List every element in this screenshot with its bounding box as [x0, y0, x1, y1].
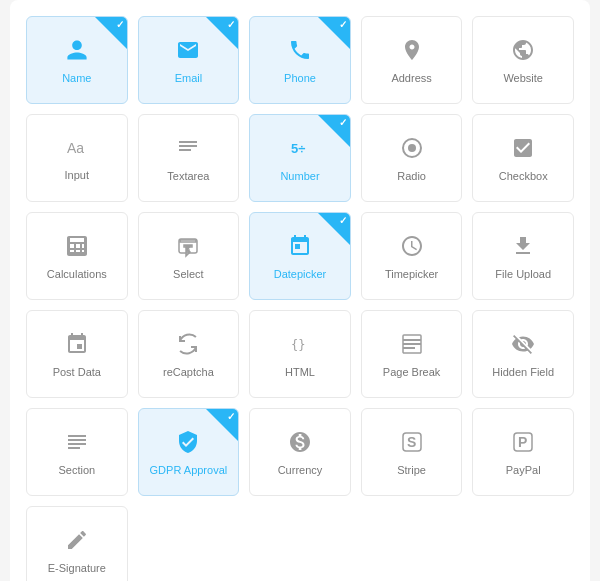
file-upload-icon: [511, 234, 535, 262]
post-data-icon: [65, 332, 89, 360]
tile-datepicker[interactable]: ✓Datepicker: [249, 212, 351, 300]
tile-e-signature[interactable]: E-Signature: [26, 506, 128, 581]
tile-gdpr-approval[interactable]: ✓GDPR Approval: [138, 408, 240, 496]
address-label: Address: [391, 72, 431, 85]
section-icon: [65, 430, 89, 458]
recaptcha-label: reCaptcha: [163, 366, 214, 379]
gdpr-approval-label: GDPR Approval: [150, 464, 228, 477]
calculations-label: Calculations: [47, 268, 107, 281]
checkbox-label: Checkbox: [499, 170, 548, 183]
email-label: Email: [175, 72, 203, 85]
tile-email[interactable]: ✓Email: [138, 16, 240, 104]
stripe-icon: S: [400, 430, 424, 458]
tile-textarea[interactable]: Textarea: [138, 114, 240, 202]
number-icon: 5÷: [288, 136, 312, 164]
tile-number[interactable]: ✓5÷Number: [249, 114, 351, 202]
tile-hidden-field[interactable]: Hidden Field: [472, 310, 574, 398]
svg-point-3: [408, 144, 416, 152]
textarea-label: Textarea: [167, 170, 209, 183]
tile-paypal[interactable]: PPayPal: [472, 408, 574, 496]
hidden-field-label: Hidden Field: [492, 366, 554, 379]
tile-phone[interactable]: ✓Phone: [249, 16, 351, 104]
tile-name[interactable]: ✓Name: [26, 16, 128, 104]
tile-radio[interactable]: Radio: [361, 114, 463, 202]
recaptcha-icon: [176, 332, 200, 360]
select-label: Select: [173, 268, 204, 281]
tile-section[interactable]: Section: [26, 408, 128, 496]
paypal-label: PayPal: [506, 464, 541, 477]
e-signature-label: E-Signature: [48, 562, 106, 575]
svg-text:{}: {}: [291, 338, 305, 352]
tile-stripe[interactable]: SStripe: [361, 408, 463, 496]
page-break-icon: [400, 332, 424, 360]
tile-post-data[interactable]: Post Data: [26, 310, 128, 398]
checkbox-icon: [511, 136, 535, 164]
tile-select[interactable]: Select: [138, 212, 240, 300]
signature-icon: [65, 528, 89, 556]
page-break-label: Page Break: [383, 366, 440, 379]
phone-icon: [288, 38, 312, 66]
person-icon: [65, 38, 89, 66]
post-data-label: Post Data: [53, 366, 101, 379]
select-icon: [176, 234, 200, 262]
tile-currency[interactable]: Currency: [249, 408, 351, 496]
html-icon: {}: [288, 332, 312, 360]
name-label: Name: [62, 72, 91, 85]
svg-text:5÷: 5÷: [291, 141, 305, 156]
radio-icon: [400, 136, 424, 164]
tile-recaptcha[interactable]: reCaptcha: [138, 310, 240, 398]
timepicker-label: Timepicker: [385, 268, 438, 281]
currency-label: Currency: [278, 464, 323, 477]
tile-page-break[interactable]: Page Break: [361, 310, 463, 398]
calculations-icon: [65, 234, 89, 262]
gdpr-icon: [176, 430, 200, 458]
hidden-field-icon: [511, 332, 535, 360]
radio-label: Radio: [397, 170, 426, 183]
tile-file-upload[interactable]: File Upload: [472, 212, 574, 300]
phone-label: Phone: [284, 72, 316, 85]
input-icon: Aa: [65, 137, 89, 163]
datepicker-label: Datepicker: [274, 268, 327, 281]
tile-grid: ✓Name✓Email✓PhoneAddressWebsiteAaInputTe…: [26, 16, 574, 581]
svg-text:P: P: [518, 434, 527, 450]
html-label: HTML: [285, 366, 315, 379]
currency-icon: [288, 430, 312, 458]
email-icon: [176, 38, 200, 66]
check-icon: ✓: [227, 412, 235, 422]
website-label: Website: [503, 72, 543, 85]
textarea-icon: [176, 136, 200, 164]
tile-input[interactable]: AaInput: [26, 114, 128, 202]
section-label: Section: [58, 464, 95, 477]
tile-html[interactable]: {}HTML: [249, 310, 351, 398]
number-label: Number: [280, 170, 319, 183]
file-upload-label: File Upload: [495, 268, 551, 281]
tile-address[interactable]: Address: [361, 16, 463, 104]
tile-calculations[interactable]: Calculations: [26, 212, 128, 300]
check-icon: ✓: [339, 20, 347, 30]
stripe-label: Stripe: [397, 464, 426, 477]
tile-grid-container: ✓Name✓Email✓PhoneAddressWebsiteAaInputTe…: [10, 0, 590, 581]
svg-text:Aa: Aa: [67, 140, 84, 156]
address-icon: [400, 38, 424, 66]
tile-website[interactable]: Website: [472, 16, 574, 104]
check-icon: ✓: [116, 20, 124, 30]
check-icon: ✓: [339, 216, 347, 226]
check-icon: ✓: [339, 118, 347, 128]
tile-timepicker[interactable]: Timepicker: [361, 212, 463, 300]
paypal-icon: P: [511, 430, 535, 458]
svg-text:S: S: [407, 434, 416, 450]
input-label: Input: [65, 169, 89, 182]
website-icon: [511, 38, 535, 66]
tile-checkbox[interactable]: Checkbox: [472, 114, 574, 202]
timepicker-icon: [400, 234, 424, 262]
check-icon: ✓: [227, 20, 235, 30]
datepicker-icon: [288, 234, 312, 262]
